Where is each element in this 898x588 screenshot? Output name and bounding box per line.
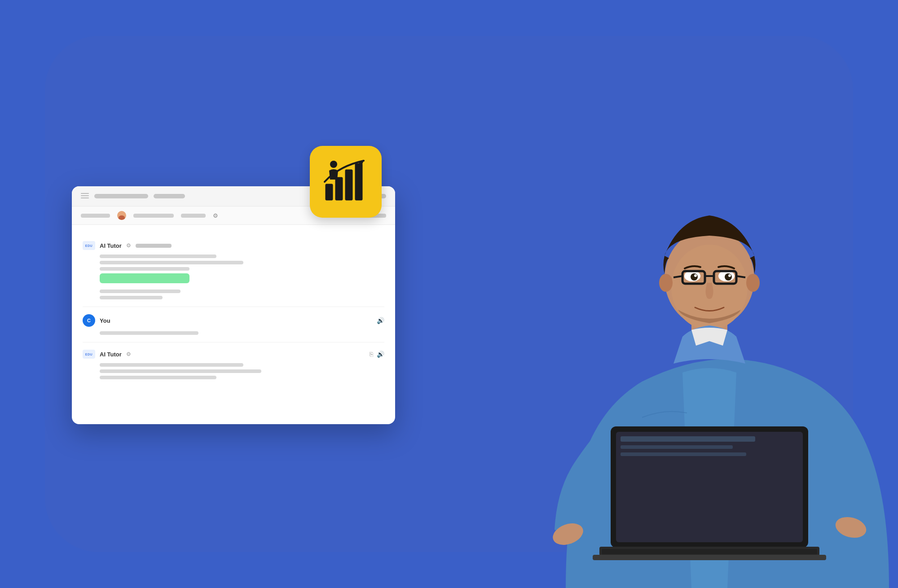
svg-rect-31: [593, 555, 826, 560]
msg-line: [100, 261, 243, 264]
ai-tutor-name-pill: [136, 244, 172, 248]
svg-point-10: [659, 274, 673, 292]
book-icon: [81, 193, 89, 199]
svg-rect-1: [335, 177, 343, 200]
svg-point-15: [725, 273, 732, 281]
app-icon-svg: [321, 157, 370, 206]
svg-point-16: [694, 274, 697, 277]
app-icon: [310, 146, 382, 218]
topbar-pill-1: [94, 194, 148, 198]
you-message: C You 🔊: [83, 307, 384, 342]
svg-point-5: [330, 161, 337, 168]
you-avatar: C: [83, 314, 95, 327]
svg-rect-2: [345, 170, 352, 200]
nav-pill-3: [181, 214, 206, 218]
msg-line: [100, 369, 261, 373]
nav-avatar: [117, 211, 126, 220]
edu-badge-1: EDU: [83, 241, 95, 250]
nav-gear-icon: ⚙: [213, 212, 218, 219]
chat-body: EDU AI Tutor ⚙: [72, 225, 395, 395]
you-label: You: [100, 317, 110, 324]
you-message-icons: 🔊: [377, 317, 384, 324]
person-area: [485, 148, 889, 588]
content-wrapper: ✦ ⚙ EDU AI Tutor ⚙: [45, 36, 853, 552]
svg-point-17: [728, 274, 731, 277]
svg-rect-3: [355, 163, 362, 200]
msg-line: [100, 267, 189, 271]
copy-icon[interactable]: ⎘: [370, 351, 373, 358]
svg-rect-27: [621, 436, 755, 442]
msg-line: [100, 376, 216, 379]
you-header: C You 🔊: [83, 314, 384, 327]
speaker-icon-2[interactable]: 🔊: [377, 351, 384, 358]
svg-rect-28: [621, 445, 733, 449]
svg-rect-29: [621, 452, 746, 456]
gear-icon-2: ⚙: [126, 351, 131, 357]
msg-line: [100, 331, 198, 335]
speaker-icon[interactable]: 🔊: [377, 317, 384, 324]
ui-mockup-area: ✦ ⚙ EDU AI Tutor ⚙: [72, 159, 431, 429]
gear-icon-1: ⚙: [126, 242, 131, 249]
ai-tutor-message-1: EDU AI Tutor ⚙: [83, 234, 384, 307]
person-svg: [485, 148, 889, 588]
ai-tutor-lines-2: [83, 363, 384, 379]
topbar-pill-2: [154, 194, 185, 198]
nav-pill-1: [81, 214, 110, 218]
msg-line-green: [100, 273, 189, 283]
msg-line: [100, 296, 163, 299]
svg-rect-0: [326, 184, 333, 200]
ai-tutor-message-2: EDU AI Tutor ⚙ ⎘ 🔊: [83, 342, 384, 386]
svg-rect-32: [602, 549, 817, 554]
ai-tutor-lines-1: [83, 255, 384, 299]
msg-line: [100, 290, 180, 293]
ai-tutor-label-1: AI Tutor: [100, 242, 122, 249]
you-lines: [83, 331, 384, 335]
ai-tutor-label-2: AI Tutor: [100, 351, 122, 358]
chat-card: ✦ ⚙ EDU AI Tutor ⚙: [72, 186, 395, 424]
ai-tutor-header-1: EDU AI Tutor ⚙: [83, 241, 384, 250]
ai-tutor-header-2: EDU AI Tutor ⚙ ⎘ 🔊: [83, 350, 384, 359]
msg-line: [100, 363, 243, 367]
svg-point-14: [691, 273, 698, 281]
svg-point-11: [746, 274, 760, 292]
ai-tutor-icons-2: ⎘ 🔊: [370, 351, 384, 358]
nav-pill-2: [133, 214, 174, 218]
msg-line: [100, 255, 216, 258]
edu-badge-2: EDU: [83, 350, 95, 359]
